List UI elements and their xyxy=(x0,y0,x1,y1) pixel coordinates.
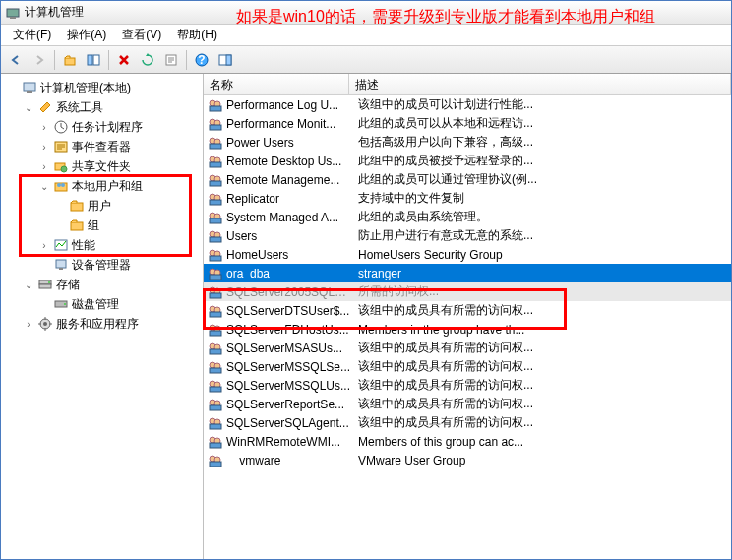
item-desc: Members of this group can ac... xyxy=(352,435,731,449)
expand-icon[interactable]: › xyxy=(38,122,50,133)
show-hide-tree-button[interactable] xyxy=(83,49,104,71)
svg-rect-60 xyxy=(210,275,221,280)
tree-storage[interactable]: ⌄存储 xyxy=(1,275,203,294)
forward-button[interactable] xyxy=(29,49,50,71)
list-item[interactable]: Remote Manageme...此组的成员可以通过管理协议(例... xyxy=(204,170,731,189)
help-button[interactable]: ? xyxy=(191,49,213,71)
tree-shared-folders[interactable]: ›共享文件夹 xyxy=(1,156,203,176)
list-item[interactable]: Users防止用户进行有意或无意的系统... xyxy=(204,226,731,245)
svg-rect-3 xyxy=(88,55,92,65)
expand-icon[interactable]: › xyxy=(38,161,50,172)
tree-services-apps[interactable]: ›服务和应用程序 xyxy=(1,314,203,334)
group-icon xyxy=(208,191,223,207)
tree-device-manager[interactable]: ▸设备管理器 xyxy=(1,255,203,275)
expand-icon[interactable]: ⌄ xyxy=(38,181,50,192)
event-icon xyxy=(53,139,69,155)
tree-event-viewer[interactable]: ›事件查看器 xyxy=(1,137,203,156)
item-desc: 所需的访问权... xyxy=(352,283,731,300)
storage-icon xyxy=(37,277,53,292)
column-name[interactable]: 名称 xyxy=(204,74,349,94)
item-desc: 此组中的成员被授予远程登录的... xyxy=(352,153,731,169)
tree-panel[interactable]: ▸计算机管理(本地) ⌄系统工具 ›任务计划程序 ›事件查看器 ›共享文件夹 ⌄… xyxy=(1,74,204,559)
folder-icon xyxy=(69,198,85,214)
item-name: ora_dba xyxy=(226,267,352,280)
group-icon xyxy=(208,434,223,450)
tree-groups[interactable]: ▸组 xyxy=(1,216,203,235)
group-icon xyxy=(208,397,223,412)
delete-button[interactable] xyxy=(113,49,135,71)
list-item[interactable]: Performance Log U...该组中的成员可以计划进行性能... xyxy=(204,95,731,114)
item-name: WinRMRemoteWMI... xyxy=(226,435,352,449)
group-icon xyxy=(208,247,223,263)
list-item[interactable]: __vmware__VMware User Group xyxy=(204,451,731,469)
tree-performance[interactable]: ›性能 xyxy=(1,235,203,255)
svg-point-15 xyxy=(61,166,67,172)
svg-point-17 xyxy=(57,183,61,187)
svg-rect-90 xyxy=(210,462,221,467)
expand-icon[interactable]: › xyxy=(38,142,50,153)
action-pane-button[interactable] xyxy=(214,49,236,71)
list-item[interactable]: SQLServerMSSQLSe...该组中的成员具有所需的访问权... xyxy=(204,357,731,376)
tree-root[interactable]: ▸计算机管理(本地) xyxy=(1,78,203,97)
item-desc: HomeUsers Security Group xyxy=(352,248,731,262)
refresh-button[interactable] xyxy=(137,49,158,71)
expand-icon[interactable]: › xyxy=(38,240,50,251)
list-item[interactable]: SQLServerSQLAgent...该组中的成员具有所需的访问权... xyxy=(204,413,731,432)
list-item[interactable]: Remote Desktop Us...此组中的成员被授予远程登录的... xyxy=(204,152,731,170)
item-desc: 支持域中的文件复制 xyxy=(352,190,731,207)
titlebar[interactable]: 计算机管理 xyxy=(1,1,731,25)
item-name: Remote Manageme... xyxy=(226,173,352,187)
menu-action[interactable]: 操作(A) xyxy=(59,25,114,45)
group-icon xyxy=(208,341,223,356)
tools-icon xyxy=(37,99,53,115)
app-icon xyxy=(5,5,21,21)
list-item[interactable]: SQLServerMSSQLUs...该组中的成员具有所需的访问权... xyxy=(204,376,731,395)
list-item[interactable]: SQLServerReportSe...该组中的成员具有所需的访问权... xyxy=(204,395,731,413)
item-name: System Managed A... xyxy=(226,211,352,224)
item-desc: 包括高级用户以向下兼容，高级... xyxy=(352,134,731,151)
tree-task-scheduler[interactable]: ›任务计划程序 xyxy=(1,117,203,137)
tree-disk-management[interactable]: ▸磁盘管理 xyxy=(1,294,203,314)
svg-rect-36 xyxy=(210,125,221,130)
item-name: Power Users xyxy=(226,136,352,150)
list-item[interactable]: SQLServerDTSUser$...该组中的成员具有所需的访问权... xyxy=(204,301,731,320)
column-desc[interactable]: 描述 xyxy=(349,74,731,94)
expand-icon[interactable]: › xyxy=(23,319,34,330)
services-icon xyxy=(37,316,53,332)
list-item[interactable]: ora_dbastranger xyxy=(204,264,731,282)
expand-icon[interactable]: ⌄ xyxy=(23,280,34,290)
item-name: Users xyxy=(226,229,352,243)
list-item[interactable]: Performance Monit...此组的成员可以从本地和远程访... xyxy=(204,114,731,133)
svg-rect-75 xyxy=(210,368,221,373)
up-button[interactable] xyxy=(59,49,81,71)
back-button[interactable] xyxy=(5,49,27,71)
tree-system-tools[interactable]: ⌄系统工具 xyxy=(1,97,203,117)
item-name: Remote Desktop Us... xyxy=(226,155,352,168)
svg-rect-1 xyxy=(10,17,16,19)
menu-file[interactable]: 文件(F) xyxy=(5,25,59,45)
menu-view[interactable]: 查看(V) xyxy=(114,25,169,45)
expand-icon[interactable]: ⌄ xyxy=(23,102,34,113)
list-item[interactable]: WinRMRemoteWMI...Members of this group c… xyxy=(204,432,731,451)
tree-users[interactable]: ▸用户 xyxy=(1,196,203,216)
tree-local-users-groups[interactable]: ⌄本地用户和组 xyxy=(1,176,203,196)
group-icon xyxy=(208,116,223,132)
svg-point-18 xyxy=(61,183,65,187)
svg-rect-25 xyxy=(39,284,51,288)
list-item[interactable]: Power Users包括高级用户以向下兼容，高级... xyxy=(204,133,731,152)
menu-help[interactable]: 帮助(H) xyxy=(169,25,225,45)
export-button[interactable] xyxy=(160,49,182,71)
list-item[interactable]: System Managed A...此组的成员由系统管理。 xyxy=(204,208,731,226)
list-item[interactable]: Replicator支持域中的文件复制 xyxy=(204,189,731,208)
window-title: 计算机管理 xyxy=(25,4,84,21)
list-item[interactable]: SQLServerFDHostUs...Members in the group… xyxy=(204,320,731,339)
list-item[interactable]: SQLServer2005SQLBrowserUser$ACER所需的访问权..… xyxy=(204,282,731,301)
list-item[interactable]: SQLServerMSASUs...该组中的成员具有所需的访问权... xyxy=(204,339,731,357)
svg-rect-2 xyxy=(65,58,75,65)
svg-point-26 xyxy=(48,281,50,283)
groups-list[interactable]: Performance Log U...该组中的成员可以计划进行性能...Per… xyxy=(204,95,731,559)
item-desc: 防止用户进行有意或无意的系统... xyxy=(352,227,731,244)
svg-rect-23 xyxy=(59,268,63,270)
svg-rect-39 xyxy=(210,144,221,149)
list-item[interactable]: HomeUsersHomeUsers Security Group xyxy=(204,245,731,264)
